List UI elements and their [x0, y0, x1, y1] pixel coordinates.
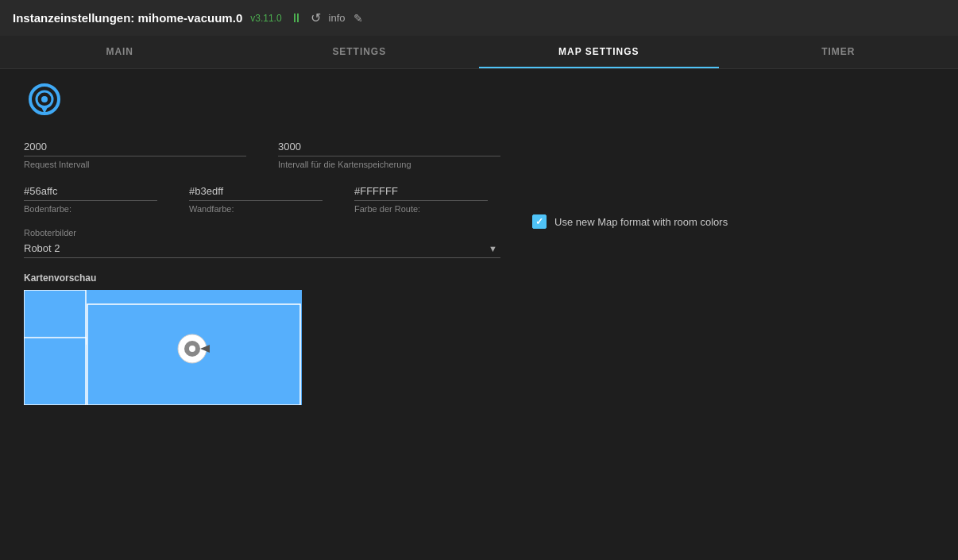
right-panel: Use new Map format with room colors	[500, 139, 934, 405]
new-map-format-row: Use new Map format with room colors	[532, 214, 934, 229]
wandfarbe-input[interactable]	[189, 183, 323, 201]
map-interval-input[interactable]	[278, 139, 500, 156]
bodenfarbe-input[interactable]	[24, 183, 157, 201]
wandfarbe-label: Wandfarbe:	[189, 204, 323, 214]
svg-rect-3	[24, 290, 86, 344]
new-map-format-label: Use new Map format with room colors	[554, 216, 728, 228]
header-title: Instanzeinstellungen: mihome-vacuum.0	[13, 11, 242, 25]
map-preview-section: Kartenvorschau	[24, 272, 500, 405]
header-version: v3.11.0	[250, 13, 281, 24]
wandfarbe-field: Wandfarbe:	[189, 183, 323, 214]
request-interval-input[interactable]	[24, 139, 246, 156]
header: Instanzeinstellungen: mihome-vacuum.0 v3…	[0, 0, 958, 36]
request-interval-field: Request Intervall	[24, 139, 246, 169]
tab-settings[interactable]: SETTINGS	[240, 36, 480, 68]
route-farbe-field: Farbe der Route:	[354, 183, 488, 214]
request-interval-label: Request Intervall	[24, 160, 246, 169]
robot-dropdown-wrapper: Robot 1 Robot 2 Robot 3 ▼	[24, 242, 500, 258]
robot-select[interactable]: Robot 1 Robot 2 Robot 3	[24, 242, 500, 254]
color-row: Bodenfarbe: Wandfarbe: Farbe der Route:	[24, 183, 500, 214]
svg-point-8	[189, 346, 195, 352]
top-section: Request Intervall Intervall für die Kart…	[24, 139, 934, 405]
route-farbe-label: Farbe der Route:	[354, 204, 488, 214]
info-link[interactable]: info	[329, 12, 346, 24]
pause-icon[interactable]: ⏸	[290, 11, 303, 25]
refresh-icon[interactable]: ↺	[311, 10, 321, 25]
tab-map-settings[interactable]: MAP SETTINGS	[479, 36, 719, 68]
new-map-format-checkbox[interactable]	[532, 214, 547, 229]
roboterbilder-label: Roboterbilder	[24, 228, 500, 238]
left-panel: Request Intervall Intervall für die Kart…	[24, 139, 500, 405]
interval-row: Request Intervall Intervall für die Kart…	[24, 139, 500, 169]
map-interval-label: Intervall für die Kartenspeicherung	[278, 160, 500, 169]
tab-main[interactable]: MAIN	[0, 36, 240, 68]
bodenfarbe-field: Bodenfarbe:	[24, 183, 157, 214]
main-content: Request Intervall Intervall für die Kart…	[0, 69, 958, 418]
app-logo	[24, 82, 65, 123]
tab-bar: MAIN SETTINGS MAP SETTINGS TIMER	[0, 36, 958, 69]
map-preview-canvas	[24, 290, 302, 405]
map-svg	[24, 290, 302, 405]
robot-image-field: Roboterbilder Robot 1 Robot 2 Robot 3 ▼	[24, 228, 500, 258]
bodenfarbe-label: Bodenfarbe:	[24, 204, 157, 214]
map-preview-title: Kartenvorschau	[24, 272, 500, 284]
edit-icon[interactable]: ✎	[353, 12, 363, 25]
tab-timer[interactable]: TIMER	[719, 36, 959, 68]
svg-point-2	[41, 96, 48, 102]
route-farbe-input[interactable]	[354, 183, 488, 201]
svg-rect-4	[24, 338, 86, 405]
logo-row	[24, 82, 934, 123]
map-interval-field: Intervall für die Kartenspeicherung	[278, 139, 500, 169]
